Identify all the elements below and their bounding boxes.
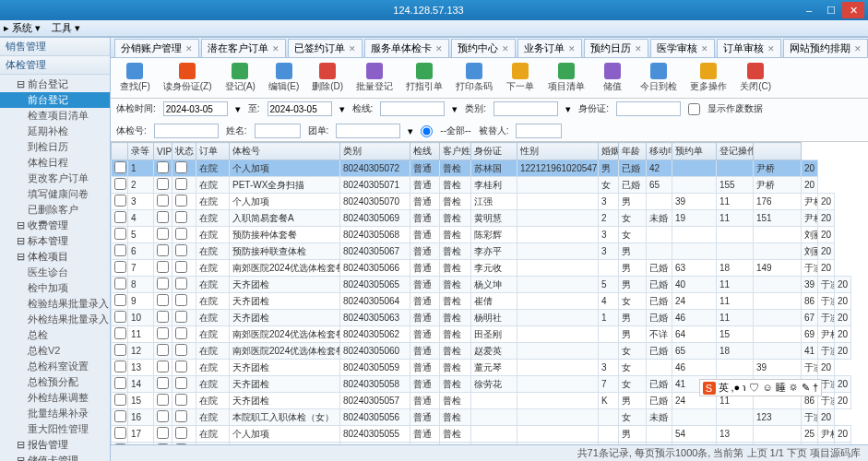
tab[interactable]: 预约中心✕ — [451, 39, 516, 57]
row-checkbox[interactable] — [114, 261, 126, 273]
table-row[interactable]: 3在院个人加项80240305070普通普检江强3男3911176尹桥20 — [112, 194, 868, 210]
cell-checkbox[interactable] — [175, 344, 187, 356]
column-header[interactable] — [754, 143, 802, 160]
menu-system[interactable]: ▸ 系统 ▾ — [4, 21, 41, 35]
sidebar-subitem[interactable]: 体检日程 — [0, 155, 110, 171]
table-row[interactable]: 5在院预防接种体套餐80240305068普通普检陈彩辉3女刘丽娟20 — [112, 227, 868, 243]
sidebar-subitem[interactable]: 总检V2 — [0, 343, 110, 359]
row-checkbox[interactable] — [114, 344, 126, 356]
column-header[interactable]: 类别 — [340, 143, 410, 160]
sidebar-subitem[interactable]: 医生诊台 — [0, 265, 110, 280]
table-row[interactable]: 13在院天齐团检80240305059普通普检董元琴3女4639于凌雅20 — [112, 360, 868, 376]
grid-wrapper[interactable]: 录等VIP状态订单体检号类别检线客户姓名身份证性别婚姻年龄移动电话预约单登记操作… — [111, 142, 868, 444]
sidebar-subitem[interactable]: 检查项目清单 — [0, 108, 110, 124]
column-header[interactable]: 性别 — [517, 143, 599, 160]
tab-close-icon[interactable]: ✕ — [502, 44, 509, 53]
cell-checkbox[interactable] — [157, 244, 169, 256]
tab-close-icon[interactable]: ✕ — [349, 44, 356, 53]
toolbar-button[interactable]: 今日到检 — [636, 61, 681, 95]
row-checkbox[interactable] — [114, 361, 126, 372]
row-checkbox[interactable] — [114, 377, 126, 389]
sidebar-subitem[interactable]: 总检科室设置 — [0, 359, 110, 374]
row-checkbox[interactable] — [114, 244, 126, 256]
cell-checkbox[interactable] — [175, 410, 187, 422]
sidebar-subitem[interactable]: 重大阳性管理 — [0, 421, 110, 437]
sidebar-subitem[interactable]: 到检日历 — [0, 139, 110, 155]
column-header[interactable]: 婚姻 — [599, 143, 619, 160]
tab-close-icon[interactable]: ✕ — [185, 44, 193, 53]
sidebar-subitem[interactable]: 延期补检 — [0, 124, 110, 139]
row-checkbox[interactable] — [114, 394, 126, 406]
sidebar-subitem[interactable]: 外检结果批量录入 — [0, 312, 110, 327]
row-checkbox[interactable] — [114, 211, 126, 223]
tab-close-icon[interactable]: ✕ — [854, 44, 862, 53]
cell-checkbox[interactable] — [175, 278, 187, 290]
cell-checkbox[interactable] — [175, 161, 187, 173]
cell-checkbox[interactable] — [175, 228, 187, 240]
cell-checkbox[interactable] — [157, 261, 169, 273]
table-row[interactable]: 9在院天齐团检80240305064普通普检崔倩4女已婚241186于凌雅20 — [112, 293, 868, 310]
cell-checkbox[interactable] — [157, 211, 169, 223]
table-row[interactable]: 10在院天齐团检80240305063普通普检杨明社1男已婚461167于凌雅2… — [112, 310, 868, 326]
column-header[interactable]: 状态 — [172, 143, 196, 160]
cell-checkbox[interactable] — [157, 427, 169, 439]
menu-tools[interactable]: 工具 ▾ — [52, 21, 80, 35]
tab[interactable]: 订单审核✕ — [717, 39, 781, 57]
ime-widget[interactable]: S 英 ,● ℩ ♡ ☺ 睡 ⛭ ✎ † — [699, 379, 823, 396]
column-header[interactable]: 预约单 — [672, 143, 717, 160]
toolbar-button[interactable]: 删除(D) — [308, 61, 347, 95]
tab-close-icon[interactable]: ✕ — [767, 44, 775, 53]
column-header[interactable]: 登记操作者 — [717, 143, 754, 160]
toolbar-button[interactable]: 批量登记 — [352, 61, 397, 95]
tab-close-icon[interactable]: ✕ — [635, 44, 642, 53]
row-checkbox[interactable] — [114, 410, 126, 422]
sidebar-item[interactable]: ⊟ 标本管理 — [0, 233, 110, 249]
toolbar-button[interactable]: 关闭(C) — [736, 61, 775, 95]
column-header[interactable]: 录等 — [128, 143, 154, 160]
table-row[interactable]: 1在院个人加项80240305072普通普检苏林国122121961020547… — [112, 160, 868, 177]
radio-all[interactable] — [421, 125, 433, 137]
row-checkbox[interactable] — [114, 195, 126, 207]
column-header[interactable]: VIP — [154, 143, 172, 160]
row-checkbox[interactable] — [114, 311, 126, 323]
column-header[interactable]: 检线 — [410, 143, 440, 160]
cell-checkbox[interactable] — [157, 327, 169, 339]
tab[interactable]: 服务单体检卡✕ — [364, 39, 449, 57]
sidebar-subitem[interactable]: 已删除客户 — [0, 202, 110, 218]
date-from-input[interactable] — [163, 101, 228, 116]
sidebar-item[interactable]: ⊟ 前台登记 — [0, 77, 110, 92]
table-row[interactable]: 4在院入职简易套餐A80240305069普通普检黄明慧2女未婚1911151尹… — [112, 210, 868, 227]
column-header[interactable]: 年龄 — [619, 143, 647, 160]
sidebar-item[interactable]: ⊟ 体检项目 — [0, 249, 110, 265]
cell-checkbox[interactable] — [175, 211, 187, 223]
table-row[interactable]: 11在院南郊医院2024优选体检套餐80240305062普通普检田圣刚男不详6… — [112, 326, 868, 343]
tab-close-icon[interactable]: ✕ — [435, 44, 443, 53]
examnum-input[interactable] — [154, 124, 219, 138]
idcard-input[interactable] — [616, 101, 681, 116]
replace-input[interactable] — [516, 124, 562, 138]
cell-checkbox[interactable] — [157, 228, 169, 240]
sidebar-subitem[interactable]: 总检 — [0, 327, 110, 343]
table-row[interactable]: 16在院本院职工入职体检（女）80240305056普通普检女未婚123于凌雅2… — [112, 409, 868, 426]
cell-checkbox[interactable] — [175, 261, 187, 273]
date-to-input[interactable] — [268, 101, 332, 116]
row-checkbox[interactable] — [114, 294, 126, 306]
toolbar-button[interactable]: 查找(F) — [116, 61, 154, 95]
tab[interactable]: 已签约订单✕ — [288, 39, 363, 57]
sidebar-item[interactable]: ⊟ 收费管理 — [0, 218, 110, 233]
toolbar-button[interactable]: 打印条码 — [452, 61, 496, 95]
row-checkbox[interactable] — [114, 278, 126, 290]
sidebar-subitem[interactable]: 外检结果调整 — [0, 390, 110, 406]
table-row[interactable]: 2在院PET-WX全身扫描80240305071普通普检李桂利女已婚65155尹… — [112, 177, 868, 194]
table-row[interactable]: 6在院预防接种联查体检80240305067普通普检李亦平3男刘丽娟20 — [112, 243, 868, 260]
sidebar-subitem[interactable]: 批量结果补录 — [0, 406, 110, 421]
name-input[interactable] — [255, 124, 301, 138]
sidebar-subitem[interactable]: 检中加项 — [0, 280, 110, 296]
cell-checkbox[interactable] — [157, 178, 169, 190]
cell-checkbox[interactable] — [157, 195, 169, 207]
type-input[interactable] — [493, 101, 558, 116]
cell-checkbox[interactable] — [175, 311, 187, 323]
sidebar-subitem[interactable]: 更改客户订单 — [0, 171, 110, 186]
toolbar-button[interactable]: 更多操作 — [686, 61, 731, 95]
row-checkbox[interactable] — [114, 327, 126, 339]
